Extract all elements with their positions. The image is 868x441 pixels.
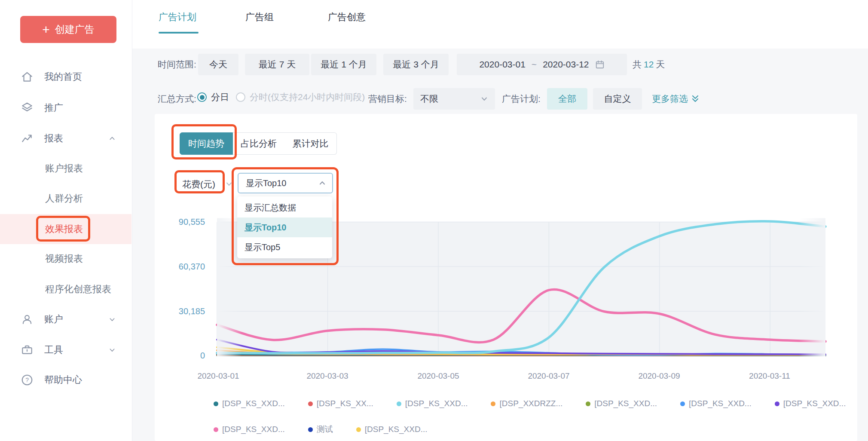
sidebar-item-label: 程序化创意报表 — [45, 283, 111, 296]
legend-item[interactable]: [DSP_XXDRZZ... — [491, 399, 562, 408]
option-show-top5[interactable]: 显示Top5 — [237, 237, 332, 257]
chevron-up-icon[interactable] — [107, 134, 117, 143]
tab-ad-plan[interactable]: 广告计划 — [159, 9, 196, 26]
date-end: 2020-03-12 — [543, 59, 589, 70]
chevron-down-icon — [225, 180, 233, 188]
legend-label: 测试 — [317, 424, 333, 435]
home-icon — [21, 70, 34, 83]
sidebar-item-help-center[interactable]: ? 帮助中心 — [0, 370, 131, 390]
chevron-down-icon[interactable] — [107, 345, 117, 355]
legend-item[interactable]: [DSP_KS_XXD... — [397, 399, 468, 408]
layers-icon — [21, 101, 34, 114]
legend-label: [DSP_KS_XXD... — [594, 399, 657, 408]
sidebar-item-label: 我的首页 — [44, 70, 82, 83]
sidebar-item-tools[interactable]: 工具 — [0, 340, 131, 360]
sidebar-item-label: 帮助中心 — [44, 374, 82, 386]
sidebar-item-account-report[interactable]: 账户报表 — [0, 158, 131, 179]
sidebar-item-account[interactable]: 账户 — [0, 309, 131, 330]
sidebar-item-promotion[interactable]: 推广 — [0, 98, 131, 118]
user-icon — [21, 313, 34, 326]
tab-ad-creative[interactable]: 广告创意 — [328, 9, 366, 26]
x-axis-tick: 2020-03-09 — [623, 371, 696, 381]
legend-label: [DSP_KS_XXD... — [365, 425, 428, 434]
chart-legend-row-1: [DSP_KS_XXD... [DSP_KS_XX... [DSP_KS_XXD… — [214, 399, 846, 408]
x-axis-tick: 2020-03-01 — [182, 371, 255, 381]
radio-selected-icon — [197, 92, 207, 102]
plan-custom-button[interactable]: 自定义 — [593, 88, 642, 110]
top-n-select[interactable]: 显示Top10 — [238, 173, 333, 193]
sidebar-item-label: 视频报表 — [45, 252, 83, 265]
legend-item[interactable]: [DSP_KS_XXD... — [214, 425, 285, 434]
option-show-summary[interactable]: 显示汇总数据 — [237, 198, 332, 217]
sidebar-item-audience-analysis[interactable]: 人群分析 — [0, 188, 131, 209]
date-start: 2020-03-01 — [479, 59, 525, 70]
legend-label: [DSP_KS_XXD... — [783, 399, 846, 408]
legend-dot — [308, 401, 313, 406]
legend-item[interactable]: [DSP_KS_XXD... — [775, 399, 846, 408]
y-axis-tick: 30,185 — [145, 306, 205, 317]
legend-item[interactable]: [DSP_KS_XXD... — [356, 425, 428, 434]
quick-range-1month-button[interactable]: 最近 1 个月 — [311, 54, 376, 75]
more-filters-label: 更多筛选 — [652, 93, 688, 105]
y-axis-tick: 90,555 — [145, 216, 205, 227]
option-show-top10[interactable]: 显示Top10 — [237, 217, 332, 237]
svg-text:?: ? — [25, 377, 29, 383]
legend-label: [DSP_KS_XXD... — [222, 399, 285, 408]
quick-range-7days-button[interactable]: 最近 7 天 — [245, 54, 309, 75]
x-axis-tick: 2020-03-05 — [402, 371, 475, 381]
chevron-down-icon[interactable] — [107, 315, 117, 324]
sidebar-item-label: 人群分析 — [45, 192, 83, 205]
legend-dot — [586, 401, 590, 406]
legend-label: [DSP_KS_XXD... — [405, 399, 468, 408]
chart-legend-row-2: [DSP_KS_XXD... 测试 [DSP_KS_XXD... — [214, 424, 427, 435]
legend-dot — [356, 427, 361, 432]
total-days-text: 共12天 — [633, 57, 665, 72]
legend-item[interactable]: 测试 — [308, 424, 333, 435]
radio-unselected-icon — [236, 92, 245, 102]
sidebar-item-label: 效果报表 — [45, 223, 83, 236]
top-tab-bar: 广告计划 广告组 广告创意 — [132, 0, 868, 49]
sidebar-item-label: 账户 — [44, 313, 63, 326]
sidebar-item-programmatic-creative-report[interactable]: 程序化创意报表 — [0, 279, 131, 300]
metric-selector[interactable]: 花费(元) — [182, 178, 215, 190]
view-tab-time-trend[interactable]: 时间趋势 — [180, 132, 233, 155]
view-tab-proportion[interactable]: 占比分析 — [233, 132, 285, 155]
quick-range-today-button[interactable]: 今天 — [198, 54, 238, 75]
y-axis-tick: 60,370 — [145, 261, 205, 272]
radio-by-day[interactable]: 分日 — [197, 91, 229, 103]
tab-ad-group[interactable]: 广告组 — [245, 9, 274, 26]
x-axis-tick: 2020-03-11 — [733, 371, 806, 381]
legend-label: [DSP_KS_XX... — [317, 399, 373, 408]
quick-range-3months-button[interactable]: 最近 3 个月 — [383, 54, 449, 75]
plan-all-button[interactable]: 全部 — [547, 88, 587, 110]
active-tab-underline — [159, 32, 199, 34]
x-axis-tick: 2020-03-07 — [512, 371, 585, 381]
x-axis-tick: 2020-03-03 — [291, 371, 364, 381]
sidebar-item-video-report[interactable]: 视频报表 — [0, 248, 131, 269]
legend-item[interactable]: [DSP_KS_XX... — [308, 399, 373, 408]
sidebar-item-reports[interactable]: 报表 — [0, 128, 131, 149]
sidebar-item-label: 推广 — [44, 101, 63, 114]
calendar-icon — [595, 60, 605, 69]
legend-dot — [680, 401, 685, 406]
legend-label: [DSP_XXDRZZ... — [499, 399, 562, 408]
time-range-label: 时间范围: — [158, 57, 196, 72]
legend-label: [DSP_KS_XXD... — [689, 399, 752, 408]
view-tab-cumulative[interactable]: 累计对比 — [284, 132, 337, 155]
radio-by-hour[interactable]: 分时(仅支持24小时内时间段) — [236, 91, 365, 103]
date-range-picker[interactable]: 2020-03-01 ~ 2020-03-12 — [457, 54, 627, 75]
chevron-down-icon — [480, 95, 488, 103]
marketing-goal-value: 不限 — [420, 93, 438, 105]
legend-dot — [214, 427, 218, 432]
sidebar-item-home[interactable]: 我的首页 — [0, 67, 131, 87]
sidebar-item-effect-report[interactable]: 效果报表 — [0, 219, 131, 239]
legend-item[interactable]: [DSP_KS_XXD... — [680, 399, 752, 408]
legend-item[interactable]: [DSP_KS_XXD... — [586, 399, 657, 408]
top-n-select-value: 显示Top10 — [246, 178, 287, 189]
create-ad-button[interactable]: + 创建广告 — [20, 16, 116, 43]
legend-label: [DSP_KS_XXD... — [222, 425, 285, 434]
legend-item[interactable]: [DSP_KS_XXD... — [214, 399, 285, 408]
more-filters-button[interactable]: 更多筛选 — [652, 92, 700, 106]
marketing-goal-select[interactable]: 不限 — [413, 88, 495, 110]
legend-dot — [397, 401, 401, 406]
